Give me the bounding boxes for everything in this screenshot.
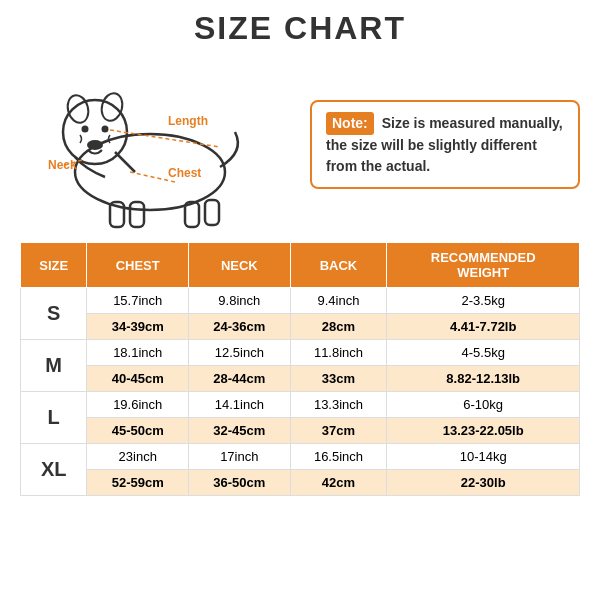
table-cell: 2-3.5kg <box>387 288 580 314</box>
table-cell: 45-50cm <box>87 418 189 444</box>
table-cell: 4.41-7.72lb <box>387 314 580 340</box>
table-row: L19.6inch14.1inch13.3inch6-10kg <box>21 392 580 418</box>
table-cell: 23inch <box>87 444 189 470</box>
table-header-row: SIZE CHEST NECK BACK RECOMMENDEDWEIGHT <box>21 243 580 288</box>
table-cell: 34-39cm <box>87 314 189 340</box>
table-cell: 28cm <box>290 314 387 340</box>
page: SIZE CHART <box>0 0 600 600</box>
size-label-cell: M <box>21 340 87 392</box>
table-row: 40-45cm28-44cm33cm8.82-12.13lb <box>21 366 580 392</box>
table-cell: 36-50cm <box>189 470 291 496</box>
table-cell: 9.8inch <box>189 288 291 314</box>
table-cell: 42cm <box>290 470 387 496</box>
table-row: XL23inch17inch16.5inch10-14kg <box>21 444 580 470</box>
table-cell: 14.1inch <box>189 392 291 418</box>
table-cell: 10-14kg <box>387 444 580 470</box>
table-cell: 11.8inch <box>290 340 387 366</box>
size-table: SIZE CHEST NECK BACK RECOMMENDEDWEIGHT S… <box>20 242 580 496</box>
table-row: S15.7inch9.8inch9.4inch2-3.5kg <box>21 288 580 314</box>
svg-point-6 <box>87 140 103 150</box>
table-cell: 16.5inch <box>290 444 387 470</box>
table-cell: 52-59cm <box>87 470 189 496</box>
table-cell: 24-36cm <box>189 314 291 340</box>
table-cell: 37cm <box>290 418 387 444</box>
top-section: Length Chest Neck Note: Size is measured… <box>20 57 580 232</box>
svg-rect-10 <box>205 200 219 225</box>
table-cell: 6-10kg <box>387 392 580 418</box>
table-cell: 17inch <box>189 444 291 470</box>
size-label-cell: XL <box>21 444 87 496</box>
table-cell: 19.6inch <box>87 392 189 418</box>
table-row: 52-59cm36-50cm42cm22-30lb <box>21 470 580 496</box>
table-row: M18.1inch12.5inch11.8inch4-5.5kg <box>21 340 580 366</box>
svg-point-2 <box>65 93 92 125</box>
table-cell: 13.3inch <box>290 392 387 418</box>
table-cell: 15.7inch <box>87 288 189 314</box>
table-cell: 4-5.5kg <box>387 340 580 366</box>
note-box: Note: Size is measured manually, the siz… <box>310 100 580 189</box>
col-size: SIZE <box>21 243 87 288</box>
col-neck: NECK <box>189 243 291 288</box>
length-label: Length <box>168 114 208 128</box>
table-cell: 28-44cm <box>189 366 291 392</box>
svg-point-4 <box>82 126 89 133</box>
svg-rect-8 <box>130 202 144 227</box>
dog-svg: Length Chest Neck <box>20 57 280 232</box>
table-cell: 33cm <box>290 366 387 392</box>
table-cell: 40-45cm <box>87 366 189 392</box>
table-cell: 8.82-12.13lb <box>387 366 580 392</box>
table-cell: 13.23-22.05lb <box>387 418 580 444</box>
table-row: 45-50cm32-45cm37cm13.23-22.05lb <box>21 418 580 444</box>
col-back: BACK <box>290 243 387 288</box>
size-label-cell: S <box>21 288 87 340</box>
note-label: Note: <box>326 112 374 135</box>
table-cell: 32-45cm <box>189 418 291 444</box>
neck-label: Neck <box>48 158 77 172</box>
table-row: 34-39cm24-36cm28cm4.41-7.72lb <box>21 314 580 340</box>
col-chest: CHEST <box>87 243 189 288</box>
table-cell: 18.1inch <box>87 340 189 366</box>
dog-illustration: Length Chest Neck <box>20 57 280 232</box>
table-cell: 12.5inch <box>189 340 291 366</box>
table-cell: 9.4inch <box>290 288 387 314</box>
col-weight: RECOMMENDEDWEIGHT <box>387 243 580 288</box>
svg-point-5 <box>102 126 109 133</box>
svg-point-3 <box>99 91 126 123</box>
table-cell: 22-30lb <box>387 470 580 496</box>
size-label-cell: L <box>21 392 87 444</box>
page-title: SIZE CHART <box>194 10 406 47</box>
chest-label: Chest <box>168 166 201 180</box>
